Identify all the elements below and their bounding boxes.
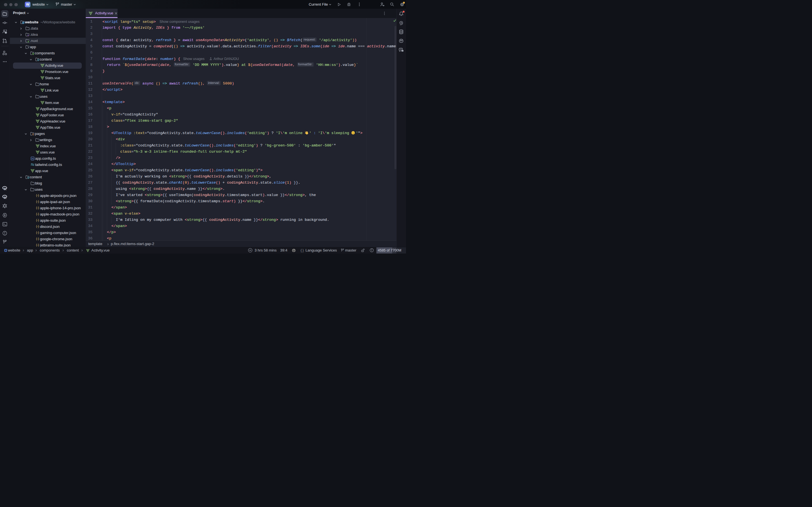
- svg-text:TS: TS: [32, 158, 34, 159]
- svg-text:R: R: [4, 195, 6, 200]
- svg-text:R: R: [4, 187, 6, 191]
- svg-text:?: ?: [5, 32, 6, 34]
